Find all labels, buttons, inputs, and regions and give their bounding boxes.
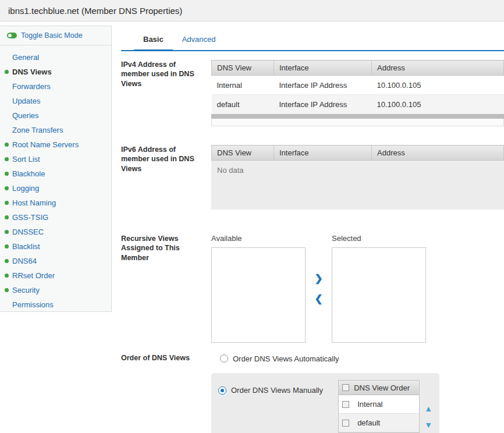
order-automatically-label: Order DNS Views Automatically (233, 354, 339, 363)
toggle-switch-icon (7, 33, 17, 38)
move-arrows: ❯ ❮ (306, 234, 332, 343)
sidebar-item[interactable]: DNSSEC (0, 225, 111, 239)
tab-basic[interactable]: Basic (134, 30, 173, 51)
ipv4-table-column-header: Address (372, 61, 504, 76)
dns-view-order-row-label: Internal (357, 400, 382, 409)
ipv6-section: IPv6 Address of member used in DNS Views… (121, 145, 504, 210)
tab-bar: Basic Advanced (121, 26, 504, 51)
toggle-basic-mode-label: Toggle Basic Mode (21, 31, 83, 40)
ipv4-table-footer (211, 119, 504, 126)
green-dot-icon (5, 244, 9, 249)
ipv4-table-row[interactable]: default Interface IP Address 10.100.0.10… (212, 95, 504, 114)
ipv4-section-label: IPv4 Address of member used in DNS Views (121, 60, 211, 126)
sidebar-item[interactable]: Root Name Servers (0, 137, 111, 152)
sidebar-item[interactable]: DNS Views (0, 65, 111, 79)
sidebar-item[interactable]: Security (0, 283, 111, 297)
green-dot-icon (5, 274, 9, 278)
sidebar-item-label: Permissions (12, 300, 54, 309)
move-right-icon[interactable]: ❯ (314, 274, 322, 283)
sidebar-item-label: Security (12, 286, 40, 294)
sidebar-item[interactable]: Sort List (0, 152, 111, 166)
order-manually-label: Order DNS Views Manually (231, 386, 323, 395)
ipv4-cell-dns-view: Internal (212, 76, 274, 95)
row-checkbox[interactable] (342, 420, 349, 427)
green-dot-icon (5, 143, 9, 147)
sidebar-item-label: Sort List (12, 155, 40, 164)
sidebar: Toggle Basic Mode General DNS Views Forw… (0, 26, 112, 312)
green-dot-icon (5, 70, 9, 74)
ipv6-table-column-header: Interface (274, 145, 372, 161)
move-up-icon[interactable]: ▲ (424, 404, 432, 413)
green-dot-icon (5, 201, 9, 205)
available-views-listbox[interactable] (211, 247, 306, 343)
select-all-checkbox[interactable] (342, 384, 349, 391)
sidebar-item-label: Zone Transfers (12, 126, 63, 134)
recursive-views-section-label: Recursive Views Assigned to This Member (121, 234, 211, 343)
sidebar-item[interactable]: Blacklist (0, 239, 111, 254)
move-down-icon[interactable]: ▼ (424, 421, 432, 429)
green-dot-icon (5, 215, 9, 219)
sidebar-item[interactable]: Queries (0, 108, 111, 123)
ipv6-table-column-header: DNS View (212, 145, 274, 161)
ipv4-cell-address: 10.100.0.105 (372, 95, 504, 114)
sidebar-item-label: Root Name Servers (12, 140, 79, 149)
ipv6-section-label: IPv6 Address of member used in DNS Views (121, 145, 211, 210)
sidebar-item[interactable]: Blackhole (0, 166, 111, 181)
dns-view-order-row[interactable]: default (339, 414, 419, 432)
reorder-arrows: ▲ ▼ (424, 404, 432, 433)
sidebar-item[interactable]: Forwarders (0, 79, 111, 94)
window-titlebar: ibns1.techblue.net (Member DNS Propertie… (0, 0, 504, 22)
ipv4-cell-dns-view: default (212, 95, 274, 114)
main-content: Basic Advanced IPv4 Address of member us… (121, 26, 504, 433)
recursive-views-section: Recursive Views Assigned to This Member … (121, 234, 504, 343)
dns-view-order-header-label: DNS View Order (354, 384, 410, 392)
sidebar-item[interactable]: RRset Order (0, 268, 111, 283)
manual-order-panel: Order DNS Views Manually DNS View Order (211, 373, 439, 433)
green-dot-icon (5, 157, 9, 161)
sidebar-item[interactable]: GSS-TSIG (0, 210, 111, 225)
sidebar-item-label: Logging (12, 184, 39, 193)
ipv4-table-column-header: DNS View (212, 61, 274, 76)
move-left-icon[interactable]: ❮ (314, 294, 322, 304)
dns-view-order-table: DNS View Order Internal default (338, 380, 420, 433)
sidebar-item[interactable]: Updates (0, 94, 111, 108)
sidebar-item-label: Blackhole (12, 169, 45, 178)
ipv6-table: DNS ViewInterfaceAddress (211, 145, 504, 161)
green-dot-icon (5, 288, 9, 292)
sidebar-item-label: Blacklist (12, 242, 40, 251)
selected-list-label: Selected (332, 234, 426, 244)
sidebar-item[interactable]: Zone Transfers (0, 123, 111, 137)
sidebar-item[interactable]: Host Naming (0, 196, 111, 210)
tab-advanced[interactable]: Advanced (173, 30, 225, 50)
ipv4-table-column-header: Interface (274, 61, 372, 76)
row-checkbox[interactable] (342, 401, 349, 408)
ipv6-table-empty-state: No data (211, 161, 504, 210)
order-of-dns-views-section: Order of DNS Views Order DNS Views Autom… (121, 353, 504, 433)
available-list-label: Available (211, 234, 306, 244)
ipv4-table-row[interactable]: Internal Interface IP Address 10.100.0.1… (212, 76, 504, 95)
ipv6-table-column-header: Address (372, 145, 504, 161)
order-manually-radio[interactable] (218, 386, 226, 395)
sidebar-item[interactable]: DNS64 (0, 254, 111, 268)
sidebar-item[interactable]: Logging (0, 181, 111, 196)
sidebar-item-label: Host Naming (12, 198, 56, 207)
sidebar-item-label: RRset Order (12, 271, 55, 280)
dns-view-order-header: DNS View Order (339, 381, 419, 395)
sidebar-item[interactable]: Permissions (0, 297, 111, 312)
ipv4-cell-interface: Interface IP Address (274, 95, 372, 114)
ipv4-section: IPv4 Address of member used in DNS Views… (121, 60, 504, 126)
order-automatically-radio[interactable] (220, 354, 228, 363)
green-dot-icon (5, 230, 9, 234)
selected-views-listbox[interactable] (332, 247, 426, 343)
sidebar-item-label: GSS-TSIG (12, 213, 48, 222)
ipv4-table-horizontal-scrollbar[interactable] (211, 114, 504, 119)
sidebar-item[interactable]: General (0, 50, 111, 65)
sidebar-item-label: DNS Views (12, 68, 52, 76)
ipv4-cell-interface: Interface IP Address (274, 76, 372, 95)
green-dot-icon (5, 259, 9, 263)
sidebar-item-label: DNSSEC (12, 228, 44, 236)
member-dns-properties-window: ibns1.techblue.net (Member DNS Propertie… (0, 0, 504, 433)
ipv4-table: DNS ViewInterfaceAddress Internal Interf… (211, 60, 504, 114)
dns-view-order-row[interactable]: Internal (339, 395, 419, 414)
toggle-basic-mode-button[interactable]: Toggle Basic Mode (0, 26, 111, 45)
